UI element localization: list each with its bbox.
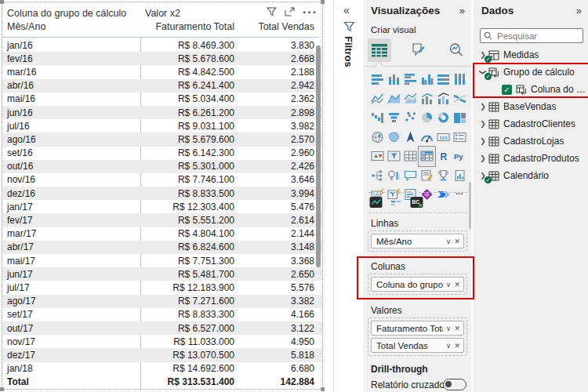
visual-card-icon[interactable]: 123 xyxy=(435,128,452,147)
matrix-row[interactable]: mai/16R$ 5.034.4002.362 xyxy=(2,93,322,106)
visual-clustered-column-chart-icon[interactable] xyxy=(419,70,435,89)
matrix-row[interactable]: ago/16R$ 5.679.6002.570 xyxy=(2,132,322,146)
chevron-collapsed-icon[interactable]: ❯ xyxy=(478,137,488,145)
tree-item-cadastroprodutos[interactable]: ❯CadastroProdutos xyxy=(474,150,588,167)
matrix-row[interactable]: dez/17R$ 13.070.5005.818 xyxy=(2,348,322,361)
matrix-row[interactable]: abr/16R$ 6.241.4002.942 xyxy=(2,79,322,93)
matrix-row[interactable]: nov/17R$ 11.033.0004.950 xyxy=(2,335,322,348)
collapse-visualizations-icon[interactable]: » xyxy=(459,5,465,16)
visual-matrix-icon[interactable] xyxy=(419,147,435,166)
visual-azure-map-icon[interactable] xyxy=(402,128,419,147)
tree-item-coluna-do-grupo[interactable]: ✓Coluna do grupo... xyxy=(474,81,588,98)
visual-stacked-bar-chart-icon[interactable] xyxy=(369,70,386,89)
custom-visual-bc-icon[interactable]: BC xyxy=(410,196,423,209)
visual-slicer-icon[interactable] xyxy=(386,147,402,166)
matrix-row[interactable]: jul/16R$ 9.031.1003.982 xyxy=(2,119,322,132)
values-field-pill[interactable]: Total Vendas∨✕ xyxy=(371,338,464,353)
visual-line-chart-icon[interactable] xyxy=(369,89,386,109)
visual-stacked-column-chart-icon[interactable] xyxy=(386,70,402,89)
remove-field-icon[interactable]: ✕ xyxy=(454,281,460,289)
field-checkbox-checked[interactable]: ✓ xyxy=(502,85,512,95)
visual-map-icon[interactable] xyxy=(369,128,386,147)
visual-decomposition-tree-icon[interactable] xyxy=(369,166,386,186)
tab-format-visual[interactable] xyxy=(406,38,430,62)
matrix-row[interactable]: fev/17R$ 5.551.2002.614 xyxy=(2,213,322,227)
matrix-row[interactable]: set/16R$ 6.142.3002.960 xyxy=(2,147,322,160)
matrix-row[interactable]: jun/16R$ 6.261.2002.898 xyxy=(2,106,322,119)
matrix-row[interactable]: jul/17R$ 12.183.9005.576 xyxy=(2,281,322,294)
remove-field-icon[interactable]: ✕ xyxy=(454,238,460,245)
tree-item-calend-rio[interactable]: ❯✓Calendário xyxy=(474,167,588,184)
values-field-pill[interactable]: Faturamento Total∨✕ xyxy=(371,321,464,336)
chevron-collapsed-icon[interactable]: ❯ xyxy=(478,103,488,111)
chevron-down-icon[interactable]: ∨ xyxy=(446,238,452,245)
tree-item-basevendas[interactable]: ❯BaseVendas xyxy=(474,98,588,115)
visual-power-automate-icon[interactable] xyxy=(435,185,452,205)
matrix-total-row[interactable]: TotalR$ 313.531.400142.884 xyxy=(2,376,322,390)
visual-treemap-icon[interactable] xyxy=(452,108,468,128)
tab-build-visual[interactable] xyxy=(368,38,391,62)
visual-filled-map-icon[interactable] xyxy=(386,128,402,147)
visual-r-script-visual-icon[interactable]: R xyxy=(435,147,452,166)
chevron-collapsed-icon[interactable]: ❯ xyxy=(478,154,488,162)
visual-gauge-icon[interactable] xyxy=(419,128,435,147)
remove-field-icon[interactable]: ✕ xyxy=(454,325,460,332)
chevron-down-icon[interactable]: ∨ xyxy=(446,325,452,332)
visual-stacked-area-chart-icon[interactable] xyxy=(402,89,419,109)
values-field-well[interactable]: Faturamento Total∨✕Total Vendas∨✕ xyxy=(368,318,467,356)
visual-donut-chart-icon[interactable] xyxy=(435,108,452,128)
tab-analytics[interactable] xyxy=(445,38,468,62)
matrix-row[interactable]: jun/17R$ 5.481.7002.650 xyxy=(2,267,322,281)
visual-smart-narrative-icon[interactable] xyxy=(419,166,435,186)
visual-qa-visual-icon[interactable] xyxy=(402,166,419,186)
visual-clustered-bar-chart-icon[interactable] xyxy=(402,70,419,89)
chevron-down-icon[interactable]: ∨ xyxy=(446,281,452,289)
custom-visual-sparkline-icon[interactable] xyxy=(369,196,383,209)
matrix-row[interactable]: fev/16R$ 5.678.6002.668 xyxy=(2,52,322,65)
matrix-row[interactable]: mai/17R$ 7.751.3003.368 xyxy=(2,254,322,267)
cross-report-toggle[interactable] xyxy=(443,379,466,390)
remove-field-icon[interactable]: ✕ xyxy=(454,342,460,350)
matrix-row[interactable]: mar/16R$ 4.842.5002.188 xyxy=(2,65,322,78)
matrix-row[interactable]: mar/17R$ 4.804.1002.144 xyxy=(2,227,322,241)
visual-metrics-icon[interactable] xyxy=(435,166,452,186)
matrix-row[interactable]: set/17R$ 8.833.3004.166 xyxy=(2,308,322,321)
visual-kpi-icon[interactable] xyxy=(369,147,386,166)
search-input[interactable] xyxy=(495,31,577,42)
visual-line-clustered-column-chart-icon[interactable] xyxy=(435,89,452,109)
visual-ribbon-chart-icon[interactable] xyxy=(452,89,468,109)
matrix-row[interactable]: out/16R$ 5.301.0002.426 xyxy=(2,160,322,173)
tree-item-medidas[interactable]: ❯✓Medidas xyxy=(474,46,588,64)
visual-paginated-report-icon[interactable] xyxy=(452,166,468,186)
matrix-scrollbar[interactable] xyxy=(316,45,321,267)
columns-field-pill[interactable]: Coluna do grupo de c...∨✕ xyxy=(371,277,464,292)
matrix-row[interactable]: jan/18R$ 14.692.6006.680 xyxy=(2,362,322,376)
expand-filters-icon[interactable]: « xyxy=(343,4,350,16)
visual-python-visual-icon[interactable]: Py xyxy=(452,147,468,166)
visual-scatter-chart-icon[interactable] xyxy=(402,108,419,128)
visual-area-chart-icon[interactable] xyxy=(386,89,402,109)
resize-handle[interactable] xyxy=(0,0,4,4)
visual-funnel-chart-icon[interactable] xyxy=(386,108,402,128)
visual-100-stacked-column-chart-icon[interactable] xyxy=(452,70,468,89)
matrix-row[interactable]: out/17R$ 6.527.0003.122 xyxy=(2,321,322,335)
columns-field-well[interactable]: Coluna do grupo de c...∨✕ xyxy=(368,274,467,295)
tree-item-cadastrolojas[interactable]: ❯CadastroLojas xyxy=(474,132,588,150)
rows-field-well[interactable]: Mês/Ano∨✕ xyxy=(368,230,467,252)
matrix-row[interactable]: ago/17R$ 7.271.6003.382 xyxy=(2,295,322,308)
visual-100-stacked-bar-chart-icon[interactable] xyxy=(435,70,452,89)
matrix-row[interactable]: jan/17R$ 12.303.4005.476 xyxy=(2,200,322,213)
visual-get-more-visuals-icon[interactable]: ··· xyxy=(452,185,468,205)
collapse-data-icon[interactable]: » xyxy=(576,5,582,16)
matrix-visual[interactable]: ··· Coluna do grupo de cálculo Valor x2 … xyxy=(2,2,323,390)
tree-item-grupo-de-c-lculo[interactable]: ❯✓Grupo de cálculo xyxy=(474,64,588,81)
visual-table-icon[interactable] xyxy=(402,147,419,166)
rows-field-pill[interactable]: Mês/Ano∨✕ xyxy=(371,234,464,249)
visual-line-stacked-column-chart-icon[interactable] xyxy=(419,89,435,109)
chevron-down-icon[interactable]: ∨ xyxy=(446,342,452,350)
matrix-row[interactable]: dez/16R$ 8.833.5003.994 xyxy=(2,187,322,200)
visual-multi-row-card-icon[interactable] xyxy=(452,128,468,147)
search-box[interactable] xyxy=(480,28,583,43)
resize-handle[interactable] xyxy=(321,0,325,4)
chevron-collapsed-icon[interactable]: ❯ xyxy=(478,120,488,128)
